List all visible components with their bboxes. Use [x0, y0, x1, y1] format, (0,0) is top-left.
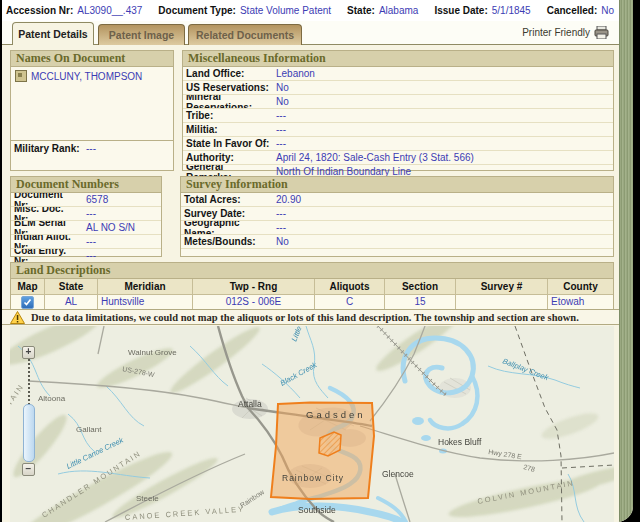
- patentee-icon: [15, 70, 27, 82]
- map-label-glencoe: Glencoe: [382, 469, 414, 479]
- cell-twp-rng: 012S - 006E: [193, 295, 315, 309]
- geographic-name-label: Geographic Name:: [181, 221, 273, 235]
- patentee-list-item: MCCLUNY, THOMPSON: [11, 67, 173, 85]
- map-svg: Walnut Grove US-278-W Altoona Attalla Ga…: [10, 326, 614, 522]
- land-descriptions-panel: Land Descriptions Map State Meridian Twp…: [10, 262, 614, 309]
- indian-allot-nr-row: Indian Allot. Nr: ---: [11, 235, 161, 249]
- map-label-gadsden: Gadsden: [306, 409, 366, 420]
- indian-allot-nr-value: ---: [83, 236, 99, 247]
- document-nr-row: Document Nr: 6578: [11, 193, 161, 207]
- cancelled-label: Cancelled:: [547, 5, 598, 16]
- cell-aliquots: C: [315, 295, 385, 309]
- accession-field: Accession Nr: AL3090__.437: [6, 5, 142, 16]
- tribe-label: Tribe:: [183, 110, 273, 121]
- col-state: State: [45, 279, 98, 295]
- state-in-favor-label: State In Favor Of:: [183, 138, 273, 149]
- blm-serial-nr-label: BLM Serial Nr:: [11, 221, 83, 235]
- cell-county: Etowah: [548, 295, 613, 309]
- cell-section: 15: [385, 295, 456, 309]
- survey-panel-title: Survey Information: [181, 177, 613, 193]
- page-side-strip: [619, 0, 633, 522]
- patent-details-content: Names On Document MCCLUNY, THOMPSON Mili…: [2, 45, 620, 522]
- accession-label: Accession Nr:: [6, 5, 73, 16]
- map-label-rainbow-city: Rainbow City: [282, 473, 344, 483]
- app-window: Accession Nr: AL3090__.437 Document Type…: [2, 0, 633, 522]
- metes-bounds-row: Metes/Bounds: No: [181, 235, 613, 249]
- tab-related-documents[interactable]: Related Documents: [188, 24, 302, 45]
- authority-row: Authority: April 24, 1820: Sale-Cash Ent…: [183, 151, 613, 165]
- military-rank-value: ---: [83, 143, 99, 154]
- misc-doc-nr-row: Misc. Doc. Nr: ---: [11, 207, 161, 221]
- tribe-row: Tribe: ---: [183, 109, 613, 123]
- map-checkbox[interactable]: [21, 296, 34, 309]
- land-office-label: Land Office:: [183, 68, 273, 79]
- col-twp-rng: Twp - Rng: [193, 279, 315, 295]
- map-zoom-slider: + −: [22, 346, 37, 478]
- military-rank-label: Military Rank:: [11, 143, 83, 154]
- tab-patent-details[interactable]: Patent Details: [12, 22, 94, 45]
- warning-icon: [10, 311, 25, 324]
- us-reservations-row: US Reservations: No: [183, 81, 613, 95]
- patentee-name-link[interactable]: MCCLUNY, THOMPSON: [31, 71, 142, 82]
- names-panel-title: Names On Document: [11, 51, 173, 67]
- issue-date-field: Issue Date: 5/1/1845: [434, 5, 530, 16]
- survey-date-row: Survey Date: ---: [181, 207, 613, 221]
- zoom-out-button[interactable]: −: [22, 463, 35, 476]
- us-reservations-value: No: [273, 82, 292, 93]
- warning-text: Due to data limitations, we could not ma…: [31, 312, 579, 323]
- col-aliquots: Aliquots: [315, 279, 385, 295]
- coal-entry-nr-label: Coal Entry. Nr:: [11, 249, 83, 262]
- state-in-favor-row: State In Favor Of: ---: [183, 137, 613, 151]
- map-label-steele: Steele: [136, 494, 159, 503]
- issue-date-value: 5/1/1845: [492, 5, 531, 16]
- tab-patent-image[interactable]: Patent Image: [98, 24, 185, 45]
- blm-serial-nr-row: BLM Serial Nr: AL NO S/N: [11, 221, 161, 235]
- land-table-row: AL Huntsville 012S - 006E C 15 Etowah: [11, 295, 613, 309]
- indian-allot-nr-label: Indian Allot. Nr:: [11, 235, 83, 249]
- map-canvas[interactable]: Walnut Grove US-278-W Altoona Attalla Ga…: [10, 326, 614, 522]
- map-label-hokes-bluff: Hokes Bluff: [438, 437, 482, 447]
- tribe-value: ---: [273, 110, 289, 121]
- map-label-southside: Southside: [298, 505, 336, 515]
- militia-value: ---: [273, 124, 289, 135]
- militia-row: Militia: ---: [183, 123, 613, 137]
- blm-serial-nr-value: AL NO S/N: [83, 222, 138, 233]
- map-limitation-warning: Due to data limitations, we could not ma…: [2, 309, 620, 325]
- document-numbers-panel: Document Numbers Document Nr: 6578 Misc.…: [10, 176, 162, 257]
- doctype-field: Document Type: State Volume Patent: [158, 5, 331, 16]
- col-section: Section: [385, 279, 456, 295]
- col-map: Map: [11, 279, 45, 295]
- zoom-slider-thumb[interactable]: [23, 404, 35, 462]
- mineral-reservations-label: Mineral Reservations:: [183, 95, 273, 109]
- total-acres-label: Total Acres:: [181, 194, 273, 205]
- col-county: County: [548, 279, 613, 295]
- tab-bar: Patent Details Patent Image Related Docu…: [2, 21, 620, 45]
- issue-date-label: Issue Date:: [434, 5, 487, 16]
- zoom-in-button[interactable]: +: [22, 346, 35, 359]
- coal-entry-nr-row: Coal Entry. Nr: ---: [11, 249, 161, 262]
- names-on-document-panel: Names On Document MCCLUNY, THOMPSON Mili…: [10, 50, 174, 171]
- us-reservations-label: US Reservations:: [183, 82, 273, 93]
- misc-doc-nr-value: ---: [83, 208, 99, 219]
- state-in-favor-value: ---: [273, 138, 289, 149]
- mineral-reservations-value: No: [273, 96, 292, 107]
- map-label-altoona: Altoona: [38, 394, 66, 403]
- cell-state: AL: [45, 295, 98, 309]
- authority-value: April 24, 1820: Sale-Cash Entry (3 Stat.…: [273, 152, 477, 163]
- col-meridian: Meridian: [98, 279, 193, 295]
- misc-panel-title: Miscellaneous Information: [183, 51, 613, 67]
- coal-entry-nr-value: ---: [83, 250, 99, 261]
- map-label-gallant: Gallant: [76, 425, 102, 434]
- names-list: MCCLUNY, THOMPSON: [11, 67, 173, 140]
- land-office-value: Lebanon: [273, 68, 318, 79]
- metes-bounds-value: No: [273, 236, 292, 247]
- misc-doc-nr-label: Misc. Doc. Nr:: [11, 207, 83, 221]
- document-nr-label: Document Nr:: [11, 193, 83, 207]
- state-value: Alabama: [379, 5, 418, 16]
- printer-friendly-link[interactable]: Printer Friendly: [522, 26, 610, 39]
- document-nr-value: 6578: [83, 194, 111, 205]
- doctype-label: Document Type:: [158, 5, 236, 16]
- cancelled-field: Cancelled: No: [547, 5, 614, 16]
- document-header-bar: Accession Nr: AL3090__.437 Document Type…: [2, 0, 620, 21]
- printer-friendly-label: Printer Friendly: [522, 27, 590, 38]
